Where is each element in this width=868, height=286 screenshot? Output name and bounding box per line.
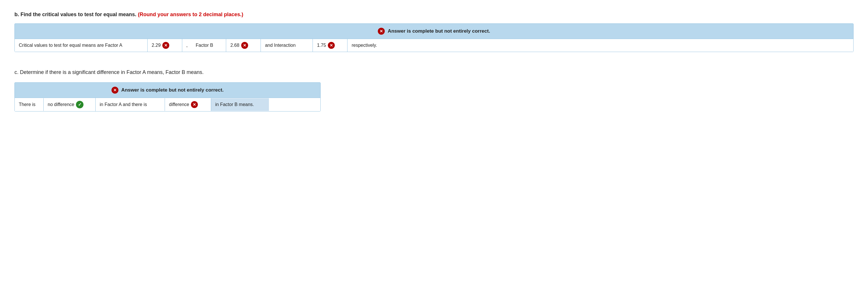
cell-value-factor-a[interactable]: 2.29 ✕ [148, 39, 182, 52]
value-factor-b: 2.68 [230, 43, 239, 48]
cell-value-factor-b[interactable]: 2.68 ✕ [226, 39, 261, 52]
and-interaction-text: and Interaction [265, 43, 296, 48]
section-c: c. Determine if there is a significant d… [14, 69, 854, 112]
answer-header-b: ✕ Answer is complete but not entirely co… [15, 24, 853, 39]
section-b-marker: b. [14, 11, 19, 17]
header-x-icon-c: ✕ [112, 87, 118, 94]
answer-header-b-text: Answer is complete but not entirely corr… [388, 28, 490, 34]
value-factor-a: 2.29 [152, 43, 161, 48]
x-icon-interaction: ✕ [328, 42, 335, 49]
x-icon-difference: ✕ [191, 101, 198, 108]
cell-label-factor-a-text: Critical values to test for equal means … [19, 43, 122, 48]
section-b-label: b. Find the critical values to test for … [14, 11, 854, 18]
check-icon-no-difference: ✓ [76, 101, 84, 108]
no-difference-text: no difference [48, 102, 74, 107]
in-factor-a-text: in Factor A and there is [100, 102, 147, 107]
cell-label-factor-b: Factor B [191, 39, 226, 52]
cell-difference[interactable]: difference ✕ [165, 98, 211, 111]
answer-row-c: There is no difference ✓ in Factor A and… [15, 98, 320, 111]
section-b-text: Find the critical values to test for equ… [21, 11, 136, 17]
answer-header-c: ✕ Answer is complete but not entirely co… [15, 83, 320, 98]
comma-separator: , [186, 43, 187, 48]
x-icon-factor-a: ✕ [162, 42, 169, 49]
cell-separator: , [182, 39, 191, 52]
section-c-label: c. Determine if there is a significant d… [14, 69, 854, 75]
there-is-text: There is [19, 102, 35, 107]
answer-box-c: ✕ Answer is complete but not entirely co… [14, 82, 321, 112]
cell-label-interaction: and Interaction [261, 39, 313, 52]
answer-row-b: Critical values to test for equal means … [15, 39, 853, 52]
cell-respectively: respectively. [347, 39, 853, 52]
section-b-instruction: (Round your answers to 2 decimal places.… [138, 11, 243, 17]
cell-in-factor-b: in Factor B means. [211, 98, 269, 111]
difference-text: difference [169, 102, 189, 107]
factor-b-label-text: Factor B [195, 43, 213, 48]
section-c-text: Determine if there is a significant diff… [20, 69, 204, 75]
cell-label-factor-a: Critical values to test for equal means … [15, 39, 148, 52]
in-factor-b-text: in Factor B means. [215, 102, 254, 107]
cell-no-difference[interactable]: no difference ✓ [43, 98, 96, 111]
cell-in-factor-a: in Factor A and there is [96, 98, 165, 111]
respectively-text: respectively. [351, 43, 377, 48]
value-interaction: 1.75 [317, 43, 326, 48]
x-icon-factor-b: ✕ [241, 42, 248, 49]
header-x-icon-b: ✕ [378, 28, 385, 35]
section-c-marker: c. [14, 69, 19, 75]
answer-header-c-text: Answer is complete but not entirely corr… [121, 87, 224, 93]
cell-there-is: There is [15, 98, 43, 111]
answer-box-b: ✕ Answer is complete but not entirely co… [14, 23, 854, 52]
section-b: b. Find the critical values to test for … [14, 11, 854, 52]
cell-value-interaction[interactable]: 1.75 ✕ [313, 39, 347, 52]
